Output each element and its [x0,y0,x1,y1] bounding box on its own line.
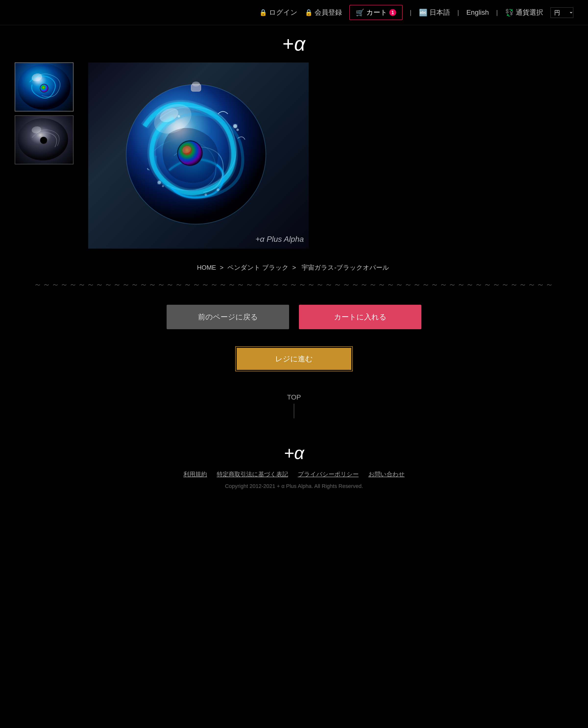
breadcrumb-home[interactable]: HOME [197,264,216,271]
thumbnail-2[interactable] [15,115,74,164]
lang-ja-label: 日本語 [429,8,450,17]
footer-links: 利用規約 特定商取引法に基づく表記 プライバシーポリシー お問い合わせ [15,470,573,478]
site-header: 🔒 ログイン 🔒 会員登録 🛒 カート 1 | 🔤 日本語 | English … [0,0,588,25]
header-nav: 🔒 ログイン 🔒 会員登録 🛒 カート 1 | 🔤 日本語 | English … [259,5,573,20]
breadcrumb-sep2: > [292,264,296,271]
add-to-cart-button[interactable]: カートに入れる [299,305,421,329]
thumbnail-1[interactable] [15,62,74,111]
top-link-section: TOP [0,386,588,421]
lang-divider: | [410,9,412,16]
cart-badge: 1 [389,9,396,16]
breadcrumb-sep1: > [220,264,224,271]
svg-point-14 [236,129,239,131]
svg-point-17 [216,188,219,191]
footer-link-privacy[interactable]: プライバシーポリシー [298,470,359,478]
svg-point-7 [40,137,46,143]
product-thumbnails [15,62,78,249]
svg-point-13 [233,124,237,128]
login-label: ログイン [269,8,297,17]
top-line-divider [294,404,294,419]
wavy-divider-top: ～～～～～～～～～～～～～～～～～～～～～～～～～～～～～～～～～～～～～～～～… [0,277,588,293]
footer-copyright: Copyright 2012-2021 + α Plus Alpha. All … [15,483,573,489]
checkout-button-wrapper: レジに進む [235,346,353,371]
login-link[interactable]: 🔒 ログイン [259,8,297,17]
lock-icon: 🔒 [259,9,267,16]
lang-ja-link[interactable]: 🔤 日本語 [419,8,450,17]
currency-select[interactable]: 円 USD EUR [550,7,573,18]
main-image-box: +α Plus Alpha [88,62,309,249]
breadcrumb-product: 宇宙ガラス-ブラックオパール [301,264,389,271]
lang-en-link[interactable]: English [466,8,489,16]
lang-separator: | [457,9,459,16]
currency-icon: 💱 [505,8,514,17]
thumbnail-image-1 [15,63,73,111]
back-button[interactable]: 前のページに戻る [167,305,289,329]
cart-icon: 🛒 [356,8,364,17]
thumb-svg-1 [15,63,73,111]
site-title: +α [0,25,588,58]
thumbnail-image-2 [15,116,73,164]
currency-divider: | [496,9,498,16]
breadcrumb-category[interactable]: ペンダント ブラック [227,264,289,271]
footer-link-contact[interactable]: お問い合わせ [369,470,405,478]
top-link[interactable]: TOP [287,393,301,401]
svg-point-19 [205,194,207,196]
main-product-image-container: +α Plus Alpha [88,62,309,249]
svg-point-27 [192,82,200,86]
register-label: 会員登録 [315,8,342,17]
footer-title: +α [15,443,573,463]
svg-point-16 [162,185,164,187]
footer-link-terms[interactable]: 利用規約 [184,470,207,478]
svg-point-15 [158,181,161,184]
checkout-section: レジに進む [0,341,588,386]
translate-icon: 🔤 [419,8,427,17]
watermark-text: +α Plus Alpha [255,235,304,243]
checkout-button[interactable]: レジに進む [237,348,351,370]
register-link[interactable]: 🔒 会員登録 [305,8,342,17]
footer-link-commerce[interactable]: 特定商取引法に基づく表記 [217,470,288,478]
lang-en-label: English [466,8,489,16]
site-footer: +α 利用規約 特定商取引法に基づく表記 プライバシーポリシー お問い合わせ C… [0,431,588,497]
currency-link[interactable]: 💱 通貨選択 [505,8,543,17]
cart-label: カート [366,8,387,17]
product-actions: 前のページに戻る カートに入れる [147,293,441,341]
thumb-svg-2 [15,116,73,164]
product-main-svg [120,77,277,234]
currency-label: 通貨選択 [516,8,543,17]
cart-button[interactable]: 🛒 カート 1 [349,5,402,20]
main-content: +α Plus Alpha [0,58,588,258]
breadcrumb: HOME > ペンダント ブラック > 宇宙ガラス-ブラックオパール [0,258,588,277]
product-watermark: +α Plus Alpha [255,235,304,244]
svg-point-3 [40,84,48,92]
lock-icon-2: 🔒 [305,9,313,16]
